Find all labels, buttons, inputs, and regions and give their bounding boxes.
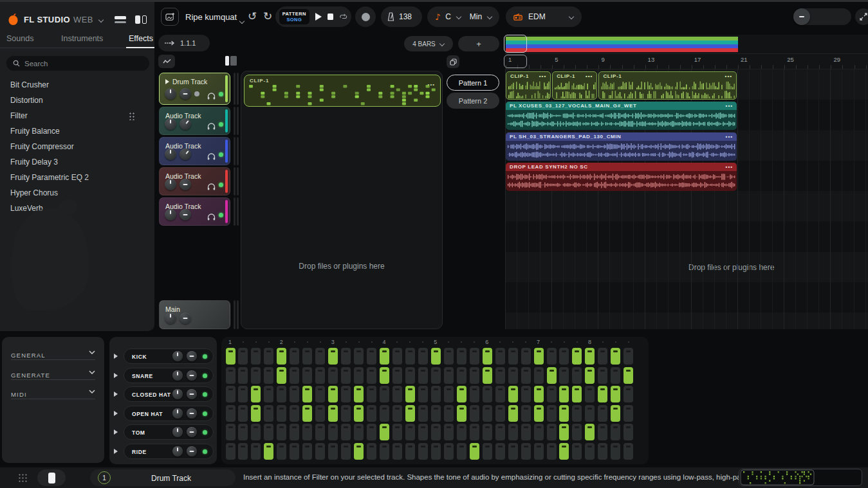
step-cell[interactable]	[444, 367, 454, 384]
selected-channel-pill[interactable]: 1 Drum Track	[90, 469, 235, 486]
step-cell[interactable]	[483, 348, 492, 365]
step-cell[interactable]	[508, 367, 518, 384]
bars-length-select[interactable]: 4 BARS	[404, 36, 453, 51]
accordion-item-general[interactable]: GENERAL	[11, 348, 95, 360]
step-cell[interactable]	[277, 443, 286, 460]
channel-pan-knob[interactable]	[187, 446, 197, 456]
track-play-icon[interactable]	[165, 79, 169, 84]
pattern-clip[interactable]: CLIP-1	[244, 75, 441, 107]
step-cell[interactable]	[444, 424, 454, 440]
brand-chevron-down-icon[interactable]	[98, 17, 104, 23]
step-cell[interactable]	[328, 443, 338, 460]
track-enabled-led[interactable]	[219, 152, 223, 157]
playlist-lane[interactable]	[505, 191, 868, 221]
step-cell[interactable]	[328, 386, 338, 402]
headphones-icon[interactable]	[207, 151, 216, 158]
step-cell[interactable]	[431, 348, 441, 365]
step-cell[interactable]	[598, 405, 607, 422]
step-cell[interactable]	[315, 405, 325, 422]
playlist-clip[interactable]: PL XCUSES_03_127_VOCALS_MAIN_G#_WET	[506, 102, 737, 130]
step-cell[interactable]	[238, 405, 248, 422]
step-cell[interactable]	[354, 348, 364, 365]
record-arm-dot[interactable]	[194, 91, 199, 96]
step-cell[interactable]	[585, 367, 595, 384]
step-cell[interactable]	[508, 424, 518, 440]
effect-item[interactable]: Fruity Delay 3	[10, 154, 144, 170]
step-cell[interactable]	[367, 367, 376, 384]
step-cell[interactable]	[418, 386, 428, 402]
step-cell[interactable]	[534, 443, 544, 460]
pan-knob[interactable]	[180, 312, 191, 324]
step-cell[interactable]	[623, 405, 633, 422]
step-cell[interactable]	[264, 424, 273, 440]
step-cell[interactable]	[328, 405, 338, 422]
track-header-audio-1[interactable]: Audio Track	[159, 107, 230, 135]
step-cell[interactable]	[226, 443, 235, 460]
step-cell[interactable]	[328, 367, 338, 384]
fullscreen-button[interactable]	[855, 8, 868, 25]
track-enabled-led[interactable]	[219, 213, 223, 217]
step-cell[interactable]	[547, 367, 557, 384]
project-name[interactable]: Ripe kumquat	[185, 12, 237, 22]
step-cell[interactable]	[534, 367, 544, 384]
step-cell[interactable]	[302, 348, 312, 365]
step-cell[interactable]	[483, 405, 492, 422]
tab-effects[interactable]: Effects	[129, 34, 153, 43]
step-cell[interactable]	[457, 348, 466, 365]
step-cell[interactable]	[226, 367, 235, 384]
pan-knob[interactable]	[180, 209, 191, 221]
channel-pill-kick[interactable]: KICK	[124, 348, 214, 364]
step-cell[interactable]	[611, 405, 620, 422]
step-cell[interactable]	[418, 443, 428, 460]
step-cell[interactable]	[585, 424, 595, 440]
layout-rows-icon[interactable]	[115, 16, 126, 23]
pattern-editor-panel[interactable]: CLIP-1 Drop files or plugins here	[241, 71, 443, 329]
step-cell[interactable]	[277, 348, 286, 365]
undo-icon[interactable]: ↺	[248, 10, 257, 23]
effect-item[interactable]: Fruity Parametric EQ 2	[10, 170, 144, 185]
step-cell[interactable]	[611, 367, 620, 384]
step-cell[interactable]	[495, 405, 505, 422]
channel-pill-open-hat[interactable]: OPEN HAT	[124, 406, 214, 421]
step-cell[interactable]	[380, 405, 389, 422]
step-cell[interactable]	[367, 443, 376, 460]
tab-sounds[interactable]: Sounds	[6, 34, 33, 43]
step-cell[interactable]	[354, 405, 364, 422]
step-cell[interactable]	[444, 348, 454, 365]
step-cell[interactable]	[354, 386, 364, 402]
volume-knob[interactable]	[165, 312, 176, 324]
mini-pattern-preview[interactable]	[739, 469, 862, 486]
channel-pan-knob[interactable]	[187, 351, 197, 361]
step-cell[interactable]	[623, 386, 633, 402]
step-cell[interactable]	[251, 443, 261, 460]
step-cell[interactable]	[470, 424, 479, 440]
pan-knob[interactable]	[180, 149, 191, 160]
channel-volume-knob[interactable]	[172, 370, 183, 381]
grid-dots-icon[interactable]	[18, 473, 28, 483]
add-pattern-button[interactable]: +	[458, 36, 499, 51]
effect-item[interactable]: Fruity Compressor	[10, 139, 144, 154]
step-cell[interactable]	[302, 424, 312, 440]
step-cell[interactable]	[405, 443, 415, 460]
channel-enabled-led[interactable]	[203, 430, 207, 435]
playlist-clip[interactable]: DROP LEAD SYNTH2 NO SC	[506, 163, 737, 191]
step-cell[interactable]	[251, 367, 261, 384]
channel-volume-knob[interactable]	[172, 389, 183, 399]
step-cell[interactable]	[277, 386, 286, 402]
step-cell[interactable]	[521, 443, 531, 460]
step-cell[interactable]	[341, 367, 351, 384]
step-cell[interactable]	[264, 405, 273, 422]
step-cell[interactable]	[328, 348, 338, 365]
clip-menu-icon[interactable]	[586, 73, 593, 79]
step-cell[interactable]	[264, 367, 273, 384]
channel-pill-closed-hat[interactable]: CLOSED HAT	[124, 386, 214, 402]
minimap-viewport-bracket[interactable]	[504, 35, 527, 53]
channel-play-icon[interactable]	[114, 449, 118, 454]
pattern-item-1[interactable]: Pattern 1	[447, 75, 499, 91]
channel-volume-knob[interactable]	[172, 446, 183, 456]
step-cell[interactable]	[418, 405, 428, 422]
step-cell[interactable]	[572, 424, 582, 440]
step-cell[interactable]	[483, 443, 492, 460]
step-cell[interactable]	[405, 405, 415, 422]
step-cell[interactable]	[572, 443, 582, 460]
